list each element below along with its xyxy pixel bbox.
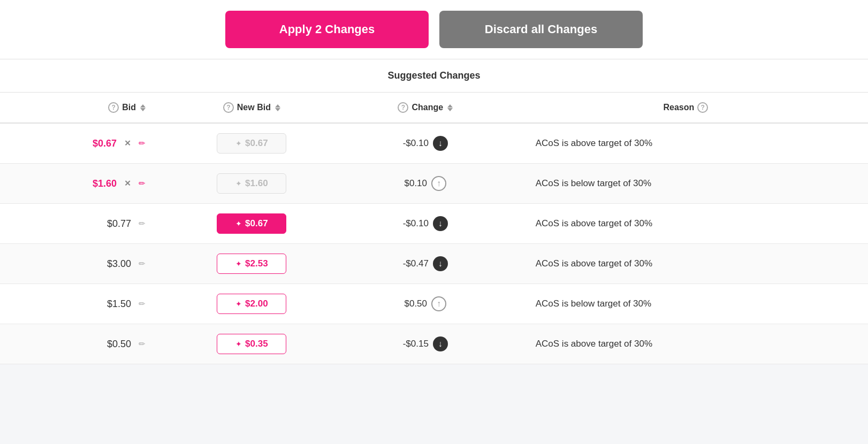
new-bid-box-4[interactable]: ✦$2.00 (217, 294, 286, 314)
bid-edit-icon-1[interactable]: ✏ (139, 179, 146, 188)
wand-icon-4: ✦ (235, 300, 242, 308)
table-row: $1.60✕✏✦$1.60$0.10↑ACoS is below target … (0, 164, 868, 204)
bid-cell-2: $0.77✏ (0, 204, 156, 244)
suggested-changes-header: Suggested Changes (0, 59, 868, 93)
wand-icon-2: ✦ (235, 219, 242, 228)
table-row: $0.77✏✦$0.67-$0.10↓ACoS is above target … (0, 204, 868, 244)
col-header-change: ? Change (347, 93, 504, 123)
change-arrow-icon-5: ↓ (433, 336, 448, 351)
bid-help-icon[interactable]: ? (108, 102, 119, 113)
new-bid-box-0[interactable]: ✦$0.67 (217, 133, 286, 154)
new-bid-cell-2[interactable]: ✦$0.67 (156, 204, 347, 244)
bid-value-3: $3.00 (107, 258, 131, 270)
change-value-0: -$0.10 (403, 138, 429, 149)
bid-edit-icon-3[interactable]: ✏ (139, 259, 146, 269)
new-bid-value-5: $0.35 (245, 339, 268, 349)
new-bid-sort-icon[interactable] (275, 104, 280, 111)
bid-value-1: $1.60 (93, 178, 117, 189)
change-value-1: $0.10 (404, 178, 427, 189)
bid-sort-icon[interactable] (140, 104, 146, 111)
change-arrow-icon-1: ↑ (431, 176, 446, 191)
new-bid-help-icon[interactable]: ? (223, 102, 234, 113)
apply-changes-button[interactable]: Apply 2 Changes (225, 11, 429, 48)
wand-icon-3: ✦ (235, 259, 242, 268)
bid-remove-icon-1[interactable]: ✕ (124, 179, 131, 188)
col-new-bid-label: New Bid (237, 103, 271, 112)
table-header-row: ? Bid ? New Bid (0, 93, 868, 123)
table-row: $3.00✏✦$2.53-$0.47↓ACoS is above target … (0, 244, 868, 284)
col-header-reason: Reason ? (504, 93, 868, 123)
bid-cell-1: $1.60✕✏ (0, 164, 156, 204)
bid-cell-5: $0.50✏ (0, 324, 156, 364)
bid-edit-icon-2[interactable]: ✏ (139, 219, 146, 228)
changes-table: ? Bid ? New Bid (0, 93, 868, 364)
change-value-4: $0.50 (404, 298, 427, 309)
change-arrow-icon-4: ↑ (431, 296, 446, 311)
wand-icon-0: ✦ (235, 139, 242, 148)
bid-cell-0: $0.67✕✏ (0, 123, 156, 164)
wand-icon-1: ✦ (235, 179, 242, 188)
new-bid-value-1: $1.60 (245, 178, 268, 189)
col-reason-label: Reason (663, 103, 694, 112)
change-help-icon[interactable]: ? (398, 102, 408, 113)
new-bid-box-5[interactable]: ✦$0.35 (217, 334, 286, 354)
reason-cell-0: ACoS is above target of 30% (504, 123, 868, 164)
table-row: $0.67✕✏✦$0.67-$0.10↓ACoS is above target… (0, 123, 868, 164)
change-cell-1: $0.10↑ (347, 164, 504, 204)
bid-value-4: $1.50 (107, 298, 131, 310)
col-header-new-bid: ? New Bid (156, 93, 347, 123)
reason-cell-1: ACoS is below target of 30% (504, 164, 868, 204)
change-arrow-icon-0: ↓ (433, 136, 448, 151)
change-value-3: -$0.47 (403, 258, 429, 269)
col-header-bid: ? Bid (0, 93, 156, 123)
bid-remove-icon-0[interactable]: ✕ (124, 139, 131, 148)
bid-cell-3: $3.00✏ (0, 244, 156, 284)
change-arrow-icon-3: ↓ (433, 256, 448, 271)
table-row: $1.50✏✦$2.00$0.50↑ACoS is below target o… (0, 284, 868, 324)
reason-help-icon[interactable]: ? (697, 102, 708, 113)
col-change-label: Change (412, 103, 443, 112)
table-container: Suggested Changes ? Bid ? (0, 59, 868, 364)
reason-cell-4: ACoS is below target of 30% (504, 284, 868, 324)
new-bid-value-0: $0.67 (245, 138, 268, 149)
new-bid-box-2[interactable]: ✦$0.67 (217, 213, 286, 234)
bid-value-0: $0.67 (93, 138, 117, 149)
bid-value-2: $0.77 (107, 218, 131, 229)
reason-cell-3: ACoS is above target of 30% (504, 244, 868, 284)
new-bid-value-3: $2.53 (245, 258, 268, 269)
wand-icon-5: ✦ (235, 340, 242, 348)
change-cell-3: -$0.47↓ (347, 244, 504, 284)
table-row: $0.50✏✦$0.35-$0.15↓ACoS is above target … (0, 324, 868, 364)
change-value-2: -$0.10 (403, 218, 429, 229)
new-bid-value-2: $0.67 (245, 218, 268, 229)
reason-cell-2: ACoS is above target of 30% (504, 204, 868, 244)
bid-edit-icon-4[interactable]: ✏ (139, 299, 146, 309)
top-bar: Apply 2 Changes Discard all Changes (0, 0, 868, 59)
change-value-5: -$0.15 (403, 339, 429, 349)
change-cell-2: -$0.10↓ (347, 204, 504, 244)
bid-value-5: $0.50 (107, 339, 131, 350)
new-bid-cell-1[interactable]: ✦$1.60 (156, 164, 347, 204)
change-arrow-icon-2: ↓ (433, 216, 448, 231)
reason-cell-5: ACoS is above target of 30% (504, 324, 868, 364)
change-cell-5: -$0.15↓ (347, 324, 504, 364)
new-bid-value-4: $2.00 (245, 298, 268, 309)
new-bid-box-3[interactable]: ✦$2.53 (217, 254, 286, 274)
change-sort-icon[interactable] (447, 104, 453, 111)
bid-edit-icon-5[interactable]: ✏ (139, 339, 146, 349)
change-cell-4: $0.50↑ (347, 284, 504, 324)
col-bid-label: Bid (122, 103, 136, 112)
new-bid-box-1[interactable]: ✦$1.60 (217, 173, 286, 194)
new-bid-cell-3[interactable]: ✦$2.53 (156, 244, 347, 284)
change-cell-0: -$0.10↓ (347, 123, 504, 164)
discard-changes-button[interactable]: Discard all Changes (439, 11, 643, 48)
bid-cell-4: $1.50✏ (0, 284, 156, 324)
new-bid-cell-0[interactable]: ✦$0.67 (156, 123, 347, 164)
new-bid-cell-4[interactable]: ✦$2.00 (156, 284, 347, 324)
new-bid-cell-5[interactable]: ✦$0.35 (156, 324, 347, 364)
bid-edit-icon-0[interactable]: ✏ (139, 139, 146, 148)
